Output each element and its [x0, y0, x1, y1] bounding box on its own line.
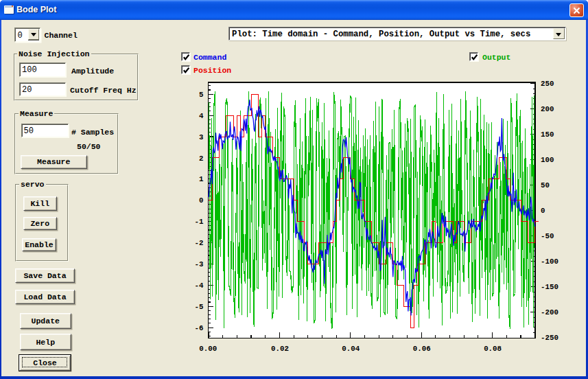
svg-text:50: 50: [541, 181, 550, 190]
svg-text:-200: -200: [541, 308, 558, 317]
svg-text:150: 150: [541, 130, 554, 139]
svg-text:0.04: 0.04: [342, 345, 360, 353]
svg-text:200: 200: [541, 105, 554, 113]
svg-text:3: 3: [199, 133, 203, 141]
svg-text:1: 1: [199, 175, 204, 183]
svg-text:-3: -3: [195, 260, 204, 268]
svg-text:-100: -100: [541, 257, 558, 266]
svg-text:2: 2: [199, 154, 203, 163]
svg-text:100: 100: [541, 156, 554, 164]
svg-text:0: 0: [541, 207, 545, 215]
svg-text:-2: -2: [195, 239, 204, 247]
svg-text:-1: -1: [195, 218, 204, 226]
svg-text:-250: -250: [541, 334, 558, 342]
svg-text:-5: -5: [195, 303, 204, 311]
svg-text:0.06: 0.06: [413, 345, 431, 353]
svg-text:-4: -4: [195, 282, 204, 290]
svg-text:0.02: 0.02: [271, 345, 289, 353]
svg-text:0.08: 0.08: [484, 345, 502, 353]
svg-text:-150: -150: [541, 283, 558, 291]
svg-text:4: 4: [199, 112, 204, 120]
svg-text:-50: -50: [541, 232, 554, 240]
svg-text:5: 5: [199, 91, 203, 99]
svg-text:250: 250: [541, 80, 554, 88]
svg-text:0: 0: [199, 196, 203, 205]
svg-text:-6: -6: [195, 324, 204, 332]
svg-text:0.00: 0.00: [199, 345, 217, 353]
